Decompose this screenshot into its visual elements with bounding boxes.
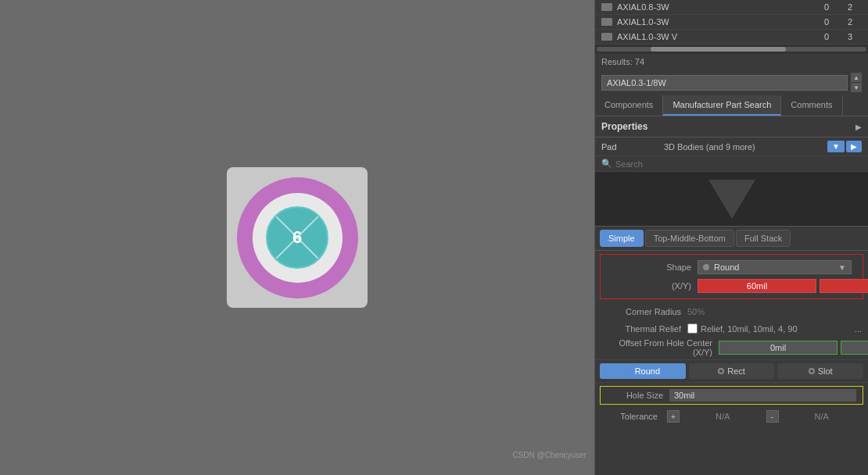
rect-label: Rect	[727, 366, 745, 376]
part-icon	[601, 33, 612, 41]
slot-radio-icon	[809, 368, 815, 374]
scroll-arrows: ▲ ▼	[851, 73, 862, 92]
properties-collapse-icon[interactable]: ▶	[855, 123, 862, 131]
tab-bar: Components Manufacturer Part Search Comm…	[595, 95, 868, 116]
offset-label: Offset From Hole Center (X/Y)	[601, 338, 719, 357]
shape-row: Shape Round ▼	[605, 258, 858, 277]
tab-manufacturer-part-search[interactable]: Manufacturer Part Search	[663, 95, 781, 116]
xy-inputs	[698, 279, 868, 293]
part-select[interactable]: AXIAL0.3-1/8W	[601, 75, 848, 91]
hole-type-rect-btn[interactable]: Rect	[689, 363, 775, 379]
xy-row: (X/Y)	[605, 277, 858, 295]
scrollbar-track	[597, 47, 866, 52]
preview-area	[595, 172, 868, 227]
part-count1-0: 0	[815, 2, 838, 12]
pad-inner-circle: 6	[266, 206, 328, 269]
results-label: Results: 74	[601, 57, 644, 66]
pad-property-row: Pad 3D Bodies (and 9 more) ▼ ▶	[595, 138, 868, 156]
corner-radius-label: Corner Radius	[601, 307, 687, 316]
part-dropdown-row[interactable]: AXIAL0.3-1/8W ▲ ▼	[595, 70, 868, 95]
offset-y-input[interactable]	[841, 341, 868, 355]
canvas-area: 6 CSDN @Chencyuser	[0, 0, 594, 475]
tolerance-value1: N/A	[683, 412, 763, 421]
corner-radius-value: 50%	[687, 307, 705, 316]
scrollbar-thumb	[651, 47, 786, 52]
properties-title: Properties	[601, 121, 647, 132]
pad-property-value: 3D Bodies (and 9 more)	[664, 142, 827, 152]
part-count2-0: 2	[838, 2, 862, 12]
pad-cross	[267, 208, 327, 267]
part-name-1: AXIAL1.0-3W	[617, 17, 815, 27]
part-icon	[601, 18, 612, 26]
shape-value: Round	[714, 262, 834, 272]
tolerance-value2: N/A	[782, 412, 863, 421]
hole-type-round-btn[interactable]: Round	[600, 363, 686, 379]
tolerance-minus-btn[interactable]: -	[766, 410, 779, 423]
round-radio-icon	[626, 368, 632, 374]
scroll-down-btn[interactable]: ▼	[851, 83, 862, 92]
sub-tab-full-stack[interactable]: Full Stack	[736, 230, 791, 247]
y-input[interactable]	[820, 279, 868, 293]
thermal-relief-checkbox[interactable]	[687, 323, 698, 334]
offset-row: Offset From Hole Center (X/Y)	[595, 336, 868, 359]
part-count1-2: 0	[815, 32, 838, 41]
prop-content: Shape Round ▼ (X/Y) Corner Radius 50%	[595, 251, 868, 475]
thermal-relief-row: Thermal Relief Relief, 10mil, 10mil, 4, …	[595, 321, 868, 336]
tolerance-plus-btn[interactable]: +	[667, 410, 680, 423]
sub-tab-bar: Simple Top-Middle-Bottom Full Stack	[595, 227, 868, 251]
tab-components[interactable]: Components	[595, 95, 663, 116]
pad-outer-ring: 6	[237, 177, 358, 298]
tolerance-label: Tolerance	[601, 412, 664, 421]
part-count2-2: 3	[838, 32, 862, 41]
shape-section: Shape Round ▼ (X/Y)	[600, 254, 863, 299]
tolerance-row: Tolerance + N/A - N/A	[595, 408, 868, 425]
hole-type-slot-btn[interactable]: Slot	[777, 363, 863, 379]
preview-triangle	[708, 180, 755, 219]
part-name-0: AXIAL0.8-3W	[617, 2, 815, 12]
shape-label: Shape	[612, 262, 698, 272]
shape-dropdown[interactable]: Round ▼	[698, 260, 852, 274]
hole-type-row: Round Rect Slot	[595, 359, 868, 383]
hole-size-label: Hole Size	[607, 391, 669, 400]
xy-label: (X/Y)	[612, 281, 698, 291]
search-row: 🔍	[595, 156, 868, 172]
filter-button[interactable]: ▼	[827, 141, 845, 152]
sub-tab-top-middle-bottom[interactable]: Top-Middle-Bottom	[645, 230, 734, 247]
part-name-2: AXIAL1.0-3W V	[617, 32, 815, 41]
thermal-relief-value: Relief, 10mil, 10mil, 4, 90	[701, 324, 855, 334]
search-input[interactable]	[615, 159, 862, 169]
x-input[interactable]	[698, 279, 816, 293]
search-icon: 🔍	[601, 159, 612, 169]
hole-size-input[interactable]	[669, 389, 856, 402]
part-list: AXIAL0.8-3W 0 2 AXIAL1.0-3W 0 2 AXIAL1.0…	[595, 0, 868, 54]
list-item[interactable]: AXIAL1.0-3W V 0 3	[595, 30, 868, 45]
properties-header: Properties ▶	[595, 116, 868, 138]
list-item[interactable]: AXIAL1.0-3W 0 2	[595, 15, 868, 30]
sub-tab-simple[interactable]: Simple	[600, 230, 644, 247]
scroll-up-btn[interactable]: ▲	[851, 73, 862, 82]
part-count1-1: 0	[815, 17, 838, 27]
shape-caret-icon: ▼	[838, 263, 846, 272]
horizontal-scrollbar[interactable]	[595, 45, 868, 54]
slot-label: Slot	[818, 366, 833, 376]
round-label: Round	[635, 366, 660, 376]
offset-inputs	[719, 341, 868, 355]
rect-radio-icon	[718, 368, 724, 374]
tab-comments[interactable]: Comments	[781, 95, 842, 116]
corner-radius-row: Corner Radius 50%	[595, 302, 868, 321]
list-item[interactable]: AXIAL0.8-3W 0 2	[595, 0, 868, 15]
offset-x-input[interactable]	[719, 341, 838, 355]
thermal-relief-label: Thermal Relief	[601, 324, 687, 334]
pad-preview: 6	[227, 167, 368, 308]
watermark-text: CSDN @Chencyuser	[512, 451, 586, 459]
thermal-relief-menu-icon[interactable]: ...	[855, 324, 862, 334]
expand-button[interactable]: ▶	[846, 141, 862, 152]
pad-white-ring: 6	[253, 193, 343, 283]
part-count2-1: 2	[838, 17, 862, 27]
hole-size-row: Hole Size	[600, 386, 863, 405]
pad-property-label: Pad	[601, 142, 664, 152]
right-panel: AXIAL0.8-3W 0 2 AXIAL1.0-3W 0 2 AXIAL1.0…	[594, 0, 868, 475]
shape-dot-icon	[703, 264, 709, 270]
part-icon	[601, 3, 612, 11]
results-bar: Results: 74	[595, 54, 868, 70]
